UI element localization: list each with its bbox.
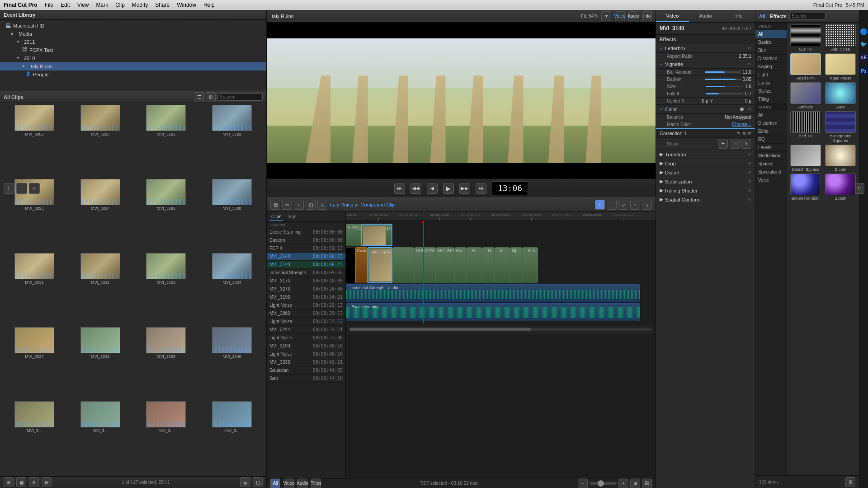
list-item[interactable]: MVI_3140 00:00:06:23 — [267, 261, 345, 269]
filter-btn[interactable]: ▦ — [16, 477, 26, 487]
clip-thumb[interactable]: MVI_3330 — [199, 179, 264, 252]
audio-tab-bottom[interactable]: Audio — [297, 479, 307, 488]
crop-section[interactable]: ▶ Crop ↺ — [656, 159, 755, 168]
playhead[interactable] — [423, 221, 424, 324]
list-item[interactable]: MVI_3273 00:00:26:00 — [267, 285, 345, 293]
cat-specialized[interactable]: Specialized — [755, 168, 787, 176]
clip-block[interactable]: MV... — [454, 247, 467, 283]
library-item-macintosh[interactable]: 💻 Macintosh HD — [0, 22, 266, 30]
vignette-checkbox[interactable]: ✓ — [660, 62, 663, 67]
list-item[interactable]: MVI_3174 00:00:18:05 — [267, 277, 345, 285]
letterbox-section[interactable]: ✓ Letterbox ↺ — [656, 44, 755, 53]
go-start-btn[interactable]: ⏮ — [394, 183, 405, 194]
cat-distortion-audio[interactable]: Distortion — [755, 119, 787, 127]
transform-section[interactable]: ▶ Transform ↺ — [656, 150, 755, 159]
effects-grid-view[interactable]: ⊞ — [845, 477, 855, 487]
stabilization-expand[interactable]: ▶ — [660, 178, 663, 184]
clip-thumb[interactable]: MVI_3332 — [68, 253, 133, 326]
group-btn[interactable]: ⊟ — [42, 477, 52, 487]
timeline-range-btn[interactable]: ◫ — [306, 200, 316, 210]
effect-bgsquares[interactable]: Background Squares — [824, 111, 858, 143]
list-item[interactable]: MVI_3092 00:00:29:13 — [267, 310, 345, 318]
size-slider[interactable] — [706, 86, 744, 87]
timeline-clip-btn[interactable]: ▤ — [270, 200, 280, 210]
color-section[interactable]: ✓ Color ◉ ↺ — [656, 105, 755, 114]
grid-btn[interactable]: ⊞ — [630, 479, 640, 488]
clip-thumb[interactable]: MVI_3... — [2, 401, 67, 474]
color-wheel-btn[interactable]: ◉ — [740, 106, 744, 112]
correction-edit-btn[interactable]: ✎ — [737, 131, 741, 136]
blur-amount-slider[interactable] — [705, 71, 741, 73]
timeline-fit-btn[interactable]: ⤢ — [618, 200, 628, 210]
darken-val[interactable]: 0.85 — [743, 77, 751, 82]
zoom-in-btn[interactable]: + — [618, 479, 628, 488]
mvi3273-clip[interactable]: MVI_3273 — [414, 247, 436, 283]
center-x-val[interactable]: 0 p — [702, 99, 708, 103]
distort-expand[interactable]: ▶ — [660, 169, 663, 175]
effect-aura[interactable]: Aura — [824, 82, 858, 109]
go-end-btn[interactable]: ⏭ — [476, 183, 486, 194]
rolling-reset[interactable]: ↺ — [748, 188, 751, 193]
timeline-trim-btn[interactable]: ✂ — [282, 200, 292, 210]
distort-section[interactable]: ▶ Distort ↺ — [656, 168, 755, 177]
list-item[interactable]: MVI_3196 00:00:34:21 — [267, 293, 345, 301]
cat-all-video[interactable]: All — [755, 30, 787, 38]
app-name[interactable]: Final Cut Pro — [4, 2, 38, 8]
crop-reset[interactable]: ↺ — [748, 161, 751, 166]
letterbox-reset[interactable]: ↺ — [748, 46, 751, 51]
center-y-val[interactable]: 0 p — [745, 99, 751, 103]
match-val[interactable]: Choose... — [732, 122, 751, 127]
effect-agedfilm[interactable]: Aged Film — [789, 53, 822, 80]
spatial-expand[interactable]: ▶ — [660, 197, 663, 202]
clip-thumb[interactable]: MVI_3292 — [199, 105, 264, 178]
clip-thumb[interactable]: MVI_3331 — [2, 253, 67, 326]
effect-addnoise[interactable]: Add Noise — [824, 24, 858, 52]
list-item[interactable]: FCP X 00:00:01:13 — [267, 244, 345, 253]
falloff-slider[interactable] — [706, 93, 744, 94]
view-grid-btn[interactable]: ⊞ — [206, 92, 216, 102]
clip-thumb[interactable]: MVI_3295 — [134, 179, 199, 252]
effect-bokeh[interactable]: Bokeh — [824, 174, 858, 201]
clip-block[interactable]: -- H — [467, 247, 482, 283]
cat-all-audio[interactable]: All — [755, 111, 787, 119]
effects-browser-all-label[interactable]: All — [759, 14, 765, 19]
black-clip[interactable] — [346, 247, 355, 283]
step-back-btn[interactable]: ◀◀ — [410, 183, 421, 194]
cat-blur[interactable]: Blur — [755, 47, 787, 55]
timecode-display[interactable]: 13:06 — [492, 181, 528, 195]
show-all-btn[interactable]: ⊛ — [4, 477, 14, 487]
cat-looks[interactable]: Looks — [755, 79, 787, 87]
correction-settings-btn[interactable]: ⚙ — [742, 131, 746, 136]
library-item-2011[interactable]: 2011 — [0, 38, 266, 46]
darken-slider[interactable] — [705, 79, 741, 80]
timeline-solo-btn[interactable]: ♫ — [642, 200, 652, 210]
menu-edit[interactable]: Edit — [61, 2, 70, 8]
stabilization-reset[interactable]: ↺ — [748, 179, 751, 184]
effects-search-input[interactable] — [789, 13, 826, 20]
timeline-zoom-out[interactable]: − — [607, 200, 617, 210]
clip-size-btn[interactable]: ◫ — [253, 477, 263, 487]
menu-view[interactable]: View — [77, 2, 89, 8]
audio-tab-preview[interactable]: Audio — [628, 11, 638, 21]
breadcrumb-part1[interactable]: Italy Ruins — [330, 202, 353, 207]
effect-agedpaper[interactable]: Aged Paper — [824, 53, 858, 80]
balance-val[interactable]: Not Analyzed — [725, 115, 751, 120]
color-checkbox[interactable]: ✓ — [660, 107, 663, 112]
link-btn[interactable]: ⛓ — [642, 479, 652, 488]
effect-50stv[interactable]: 50s TV — [789, 24, 822, 52]
blur-amount-val[interactable]: 11.0 — [743, 70, 751, 75]
show-both-btn[interactable]: ⊻ — [741, 139, 751, 149]
cat-basics[interactable]: Basics — [755, 38, 787, 47]
tags-tab[interactable]: Tags — [285, 213, 298, 220]
transform-expand[interactable]: ▶ — [660, 151, 663, 157]
cat-voice[interactable]: Voice — [755, 176, 787, 184]
library-item-italy-ruins[interactable]: Italy Ruins — [0, 62, 266, 70]
library-item-fcpx[interactable]: 🎬 FCPX Test — [0, 46, 266, 54]
photoshop-icon[interactable]: Ps — [860, 67, 868, 75]
list-item[interactable]: Light Noise 00:00:34:12 — [267, 318, 345, 326]
cat-eq[interactable]: EQ — [755, 136, 787, 144]
clip-thumb[interactable]: MVI_3291 — [134, 105, 199, 178]
tab-audio[interactable]: Audio — [689, 10, 722, 22]
zoom-handle[interactable] — [598, 480, 604, 487]
spatial-reset[interactable]: ↺ — [748, 197, 751, 202]
